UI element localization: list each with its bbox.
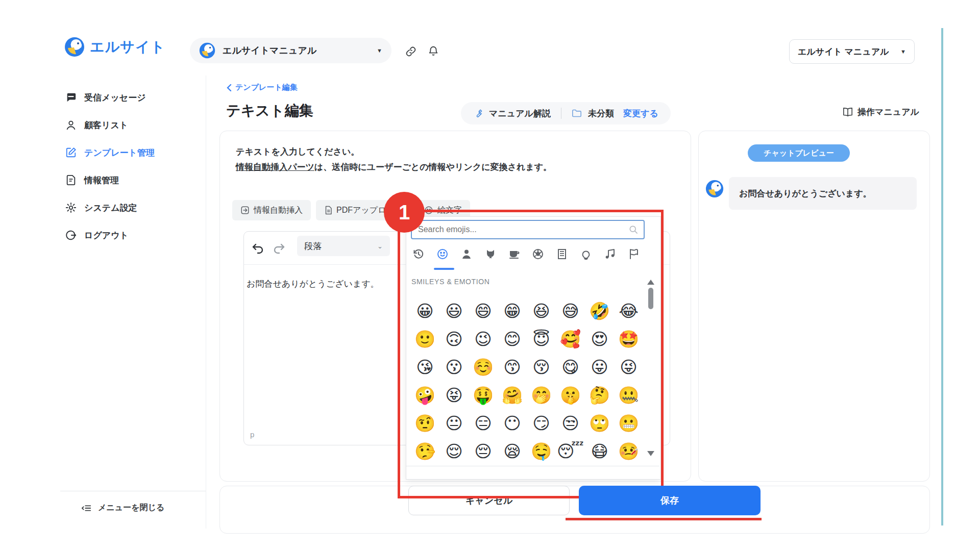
sidebar-item-1[interactable]: 顧客リスト — [65, 111, 203, 139]
breadcrumb[interactable]: テンプレート編集 — [226, 83, 298, 92]
toolbar-button-label: 情報自動挿入 — [254, 205, 303, 216]
redo-button[interactable] — [273, 242, 286, 254]
template-meta-pill: マニュアル解説 未分類 変更する — [461, 102, 671, 124]
account-label: エルサイト マニュアル — [798, 46, 889, 58]
sidebar-item-label: ログアウト — [84, 230, 129, 241]
book-icon — [842, 107, 853, 117]
folder-icon — [572, 109, 582, 118]
paragraph-format-label: 段落 — [304, 240, 322, 252]
person-icon — [65, 119, 77, 131]
save-button[interactable]: 保存 — [579, 486, 761, 515]
sidebar-nav: 受信メッセージ 顧客リスト テンプレート管理 情報管理 システム設定 ログアウト — [65, 84, 203, 249]
annotation-step-number: 1 — [399, 201, 410, 224]
document-icon — [65, 174, 77, 186]
editor-element-path: p — [250, 430, 254, 439]
auto-insert-parts-link[interactable]: 情報自動挿入パーツ — [236, 162, 314, 172]
paragraph-format-dropdown[interactable]: 段落 ⌄ — [297, 236, 390, 256]
logo-text: エルサイト — [90, 37, 165, 57]
sidebar-item-3[interactable]: 情報管理 — [65, 166, 203, 194]
preview-message-text: お問合せありがとうございます。 — [739, 188, 872, 199]
page-title: テキスト編集 — [226, 101, 313, 120]
app-window: エルサイト エルサイトマニュアル ▼ エルサイト マニュアル ▼ 受信メッセージ… — [0, 0, 980, 551]
menu-collapse-button[interactable]: メニューを閉じる — [82, 503, 164, 513]
operation-manual-link[interactable]: 操作マニュアル — [842, 106, 919, 118]
sidebar-footer-divider — [60, 491, 206, 491]
instruction-line2: 情報自動挿入パーツは、送信時にユーザーごとの情報やリンクに変換されます。 — [236, 161, 552, 173]
sidebar-item-label: システム設定 — [84, 202, 137, 214]
undo-button[interactable] — [251, 242, 264, 254]
sidebar-item-2[interactable]: テンプレート管理 — [65, 139, 203, 166]
sidebar-item-label: 顧客リスト — [84, 119, 128, 131]
logo-bird-icon — [64, 37, 85, 57]
sidebar-divider — [206, 76, 206, 529]
annotation-step-badge: 1 — [384, 192, 425, 233]
chevron-left-icon — [226, 84, 232, 91]
chevron-down-icon: ▼ — [377, 47, 382, 54]
instruction-line1: テキストを入力してください。 — [236, 146, 359, 158]
chevron-down-icon: ⌄ — [377, 242, 383, 250]
instruction-line2-rest: は、送信時にユーザーごとの情報やリンクに変換されます。 — [314, 162, 552, 172]
category-label: 未分類 — [588, 108, 614, 119]
preview-avatar — [705, 180, 724, 198]
chat-preview-badge-label: チャットプレビュー — [764, 148, 834, 158]
logout-icon — [65, 230, 77, 241]
account-selector[interactable]: エルサイト マニュアル ▼ — [789, 39, 915, 64]
sidebar-item-label: 受信メッセージ — [84, 92, 146, 104]
annotation-highlight-rect — [398, 210, 664, 498]
pill-divider — [561, 108, 561, 119]
menu-collapse-label: メニューを閉じる — [98, 503, 164, 513]
sidebar-item-label: 情報管理 — [84, 174, 119, 186]
operation-manual-label: 操作マニュアル — [857, 106, 919, 118]
sidebar-item-label: テンプレート管理 — [84, 147, 155, 159]
workspace-bird-icon — [199, 42, 215, 59]
edit-icon — [65, 147, 77, 158]
editor-content-text[interactable]: お問合せありがとうございます。 — [247, 278, 379, 290]
gear-icon — [65, 202, 77, 213]
annotation-underline — [566, 518, 762, 520]
toolbar-button-0[interactable]: 情報自動挿入 — [232, 200, 311, 220]
message-icon — [65, 92, 77, 103]
preview-message-bubble: お問合せありがとうございます。 — [729, 177, 917, 210]
change-category-link[interactable]: 変更する — [623, 108, 658, 119]
wrench-icon — [473, 109, 483, 118]
bell-icon[interactable] — [428, 45, 439, 57]
page-scrollbar[interactable] — [941, 28, 943, 525]
manual-tag-label: マニュアル解説 — [489, 108, 551, 119]
chevron-down-icon: ▼ — [900, 48, 906, 55]
sidebar-item-5[interactable]: ログアウト — [65, 221, 203, 249]
breadcrumb-label: テンプレート編集 — [235, 83, 298, 92]
sidebar-item-0[interactable]: 受信メッセージ — [65, 84, 203, 111]
sidebar-item-4[interactable]: システム設定 — [65, 194, 203, 221]
workspace-label: エルサイトマニュアル — [223, 44, 316, 57]
app-logo: エルサイト — [64, 37, 165, 57]
menu-collapse-icon — [82, 503, 92, 513]
workspace-selector[interactable]: エルサイトマニュアル ▼ — [190, 38, 391, 63]
insert-arrow-icon — [240, 206, 250, 215]
chat-preview-badge: チャットプレビュー — [748, 144, 850, 162]
link-icon[interactable] — [405, 46, 416, 57]
pdf-file-icon — [324, 206, 332, 215]
